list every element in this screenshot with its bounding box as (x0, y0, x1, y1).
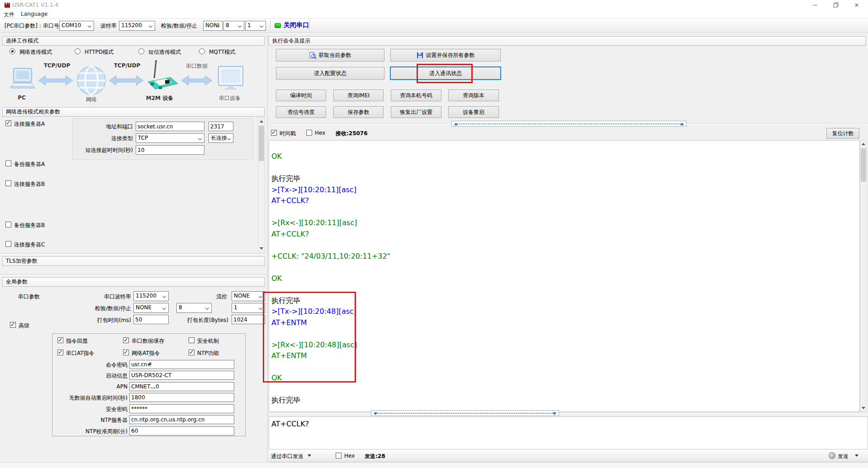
close-port-button[interactable]: 关闭串口 (284, 21, 309, 29)
radio-net-transparent[interactable] (9, 48, 15, 54)
serial-frame-label: 检验/数据/停止 (63, 305, 131, 312)
server-addr-input[interactable] (136, 122, 204, 131)
advanced-checkbox[interactable] (10, 322, 16, 328)
no-data-restart-input[interactable] (129, 393, 234, 402)
chevron-down-icon[interactable] (855, 454, 859, 457)
query-imei-button[interactable]: 查询IMEI (333, 90, 384, 101)
boot-info-input[interactable] (129, 371, 234, 380)
log-splitter[interactable] (451, 121, 687, 127)
server-a-label: 连接服务器A (14, 120, 45, 128)
scroll-down-icon[interactable] (860, 405, 867, 411)
arrow-icon (181, 76, 212, 85)
cmd-password-input[interactable] (129, 360, 234, 369)
flow-select[interactable]: NONE (232, 291, 265, 301)
chevron-down-icon (259, 294, 262, 298)
backup-b-checkbox[interactable] (5, 222, 11, 227)
serial-databits-select[interactable]: 8 (176, 303, 212, 313)
short-timeout-input[interactable] (136, 145, 204, 155)
serial-parity-select[interactable]: NONE (133, 303, 169, 313)
packlen-input[interactable] (232, 315, 265, 324)
parity-select[interactable]: NONI (203, 21, 223, 31)
serial-cache-label: 串口数据缓存 (132, 337, 164, 345)
keepalive-select[interactable]: 长连接 (209, 133, 233, 143)
restore-button[interactable] (825, 0, 846, 10)
serial-cache-checkbox[interactable] (123, 337, 129, 343)
send-button[interactable]: 发送 (838, 453, 849, 460)
com-port-select[interactable]: COM10 (59, 21, 94, 31)
chevron-down-icon[interactable] (308, 454, 311, 457)
factory-reset-button[interactable]: 恢复出厂设置 (391, 106, 441, 118)
device-restart-button[interactable]: 设备重启 (448, 106, 499, 118)
compile-time-button[interactable]: 编译时间 (276, 90, 326, 101)
ntp-checkbox[interactable] (189, 350, 194, 355)
serial-at-label: 串口AT指令 (66, 350, 95, 357)
send-via-button[interactable]: 通过串口发送 (271, 453, 304, 460)
timestamp-checkbox[interactable] (271, 130, 277, 136)
status-bar (0, 462, 868, 468)
minimize-icon (813, 5, 817, 5)
conn-type-select[interactable]: TCP (136, 133, 204, 143)
cmd-echo-checkbox[interactable] (57, 337, 63, 343)
serial-baud-select[interactable]: 115200 (133, 291, 169, 301)
packlen-label: 打包长度(Bytes) (181, 317, 228, 324)
log-line (271, 162, 859, 174)
minimize-button[interactable] (805, 0, 825, 10)
scrollbar-thumb[interactable] (861, 148, 866, 182)
ntp-server-input[interactable] (129, 415, 234, 424)
get-params-button[interactable]: 获取当前参数 (276, 49, 384, 61)
window-title: USR-CAT1 V1.1.4 (12, 2, 58, 8)
network-globe-icon (77, 66, 105, 95)
scroll-up-icon[interactable] (860, 141, 867, 147)
databits-select[interactable]: 8 (223, 21, 244, 31)
log-line (271, 240, 859, 251)
server-c-checkbox[interactable] (5, 241, 11, 247)
rx-hex-checkbox[interactable] (306, 130, 312, 136)
security-checkbox[interactable] (189, 337, 194, 343)
baud-select[interactable]: 115200 (119, 21, 155, 31)
apn-input[interactable] (129, 382, 234, 391)
serial-stopbits-select[interactable]: 1 (232, 303, 265, 313)
server-b-checkbox[interactable] (5, 180, 11, 186)
link1-label: TCP/UDP (43, 62, 71, 69)
send-splitter[interactable] (371, 410, 559, 416)
log-scrollbar[interactable] (860, 140, 867, 412)
enter-config-button[interactable]: 进入配置状态 (276, 67, 384, 80)
query-number-button[interactable]: 查询本机号码 (391, 90, 441, 101)
close-button[interactable]: ✕ (846, 0, 867, 10)
stopbits-select[interactable]: 1 (245, 21, 266, 31)
tx-count: 发送:28 (365, 453, 385, 460)
server-port-input[interactable] (209, 122, 233, 131)
set-save-params-button[interactable]: 设置并保存所有参数 (390, 49, 501, 61)
radio-sms[interactable] (138, 48, 144, 54)
serial-at-checkbox[interactable] (57, 350, 63, 355)
net-at-checkbox[interactable] (123, 350, 129, 355)
log-line (271, 362, 859, 373)
packtime-input[interactable] (133, 315, 169, 324)
radio-mqtt[interactable] (199, 48, 205, 54)
log-line: OK (271, 151, 859, 162)
query-version-button[interactable]: 查询版本 (448, 90, 499, 101)
menu-language[interactable]: Language (21, 11, 47, 17)
save-params-button[interactable]: 保存参数 (333, 106, 384, 118)
security-password-input[interactable] (129, 404, 234, 413)
send-input-area[interactable]: AT+CCLK? (269, 416, 868, 449)
tx-hex-checkbox[interactable] (336, 453, 342, 459)
backup-a-checkbox[interactable] (5, 161, 11, 166)
receive-log[interactable]: OK 执行完毕 >[Tx->][10:20:11][asc] AT+CCLK? … (269, 140, 860, 412)
scroll-up-icon[interactable] (258, 118, 265, 125)
scroll-down-icon[interactable] (258, 245, 265, 252)
radio-sms-label: 短信透传模式 (148, 48, 181, 56)
ntp-period-input[interactable] (129, 426, 234, 435)
link2-label: TCP/UDP (113, 62, 141, 69)
radio-httpd[interactable] (75, 48, 81, 54)
conn-type-label: 连接类型 (72, 135, 133, 142)
log-line (271, 384, 859, 395)
left-panel-scrollbar[interactable] (258, 118, 265, 252)
scrollbar-thumb[interactable] (259, 126, 264, 161)
query-signal-button[interactable]: 查信号强度 (276, 106, 326, 118)
server-a-checkbox[interactable] (5, 120, 11, 126)
send-input-text[interactable]: AT+CCLK? (269, 417, 868, 428)
menu-file[interactable]: 文件 (4, 11, 14, 19)
arrow-icon (109, 76, 143, 85)
reset-counter-button[interactable]: 复位计数 (826, 128, 859, 139)
